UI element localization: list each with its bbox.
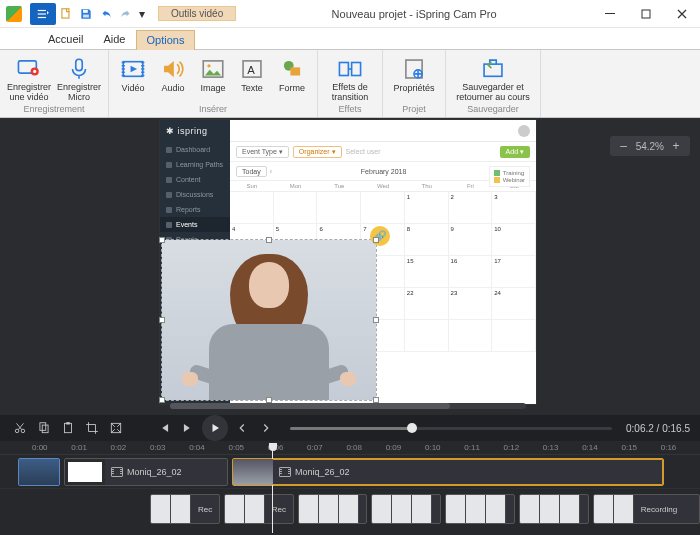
transition-icon xyxy=(337,54,363,83)
calendar-nav-item[interactable]: Discussions xyxy=(160,187,230,202)
resize-handle[interactable] xyxy=(373,237,379,243)
record-mic-label: Enregistrer Micro xyxy=(57,83,101,102)
today-button[interactable]: Today xyxy=(236,166,267,177)
qat-undo-icon[interactable] xyxy=(96,4,116,24)
calendar-cell[interactable]: 24 xyxy=(492,288,536,320)
organizer-chip[interactable]: Organizer ▾ xyxy=(293,146,342,158)
pip-speaker-clip[interactable]: 🔗 xyxy=(161,239,377,401)
prev-month-button[interactable]: ‹ xyxy=(267,168,275,175)
properties-button[interactable]: Propriétés xyxy=(387,52,441,104)
save-and-return-button[interactable]: Sauvegarder et retourner au cours xyxy=(450,52,536,104)
record-video-button[interactable]: Enregistrer une vidéo xyxy=(4,52,54,104)
close-button[interactable] xyxy=(664,2,700,26)
calendar-cell[interactable]: 22 xyxy=(405,288,449,320)
strip-clip[interactable] xyxy=(371,494,441,524)
resize-handle[interactable] xyxy=(159,317,165,323)
calendar-cell[interactable] xyxy=(492,320,536,352)
clip-moniq-2[interactable]: Moniq_26_02 xyxy=(232,458,664,486)
qat-save-icon[interactable] xyxy=(76,4,96,24)
resize-handle[interactable] xyxy=(159,397,165,403)
qat-menu-button[interactable] xyxy=(30,3,56,25)
calendar-cell[interactable]: 23 xyxy=(449,288,493,320)
add-event-button[interactable]: Add ▾ xyxy=(500,146,530,158)
calendar-cell[interactable] xyxy=(405,320,449,352)
calendar-cell[interactable] xyxy=(361,192,405,224)
gap-clip[interactable] xyxy=(18,458,60,486)
zoom-out-button[interactable]: – xyxy=(618,140,630,152)
resize-handle[interactable] xyxy=(266,237,272,243)
timeline-playhead[interactable] xyxy=(272,443,273,533)
paste-button[interactable] xyxy=(58,418,78,438)
skip-end-button[interactable] xyxy=(178,418,198,438)
timeline-track-2[interactable]: Rec Rec Recording xyxy=(0,489,700,529)
calendar-nav-item[interactable]: Reports xyxy=(160,202,230,217)
svg-rect-1 xyxy=(38,13,46,14)
slider-knob[interactable] xyxy=(407,423,417,433)
calendar-nav-item[interactable]: Learning Paths xyxy=(160,157,230,172)
record-video-label: Enregistrer une vidéo xyxy=(7,83,51,102)
insert-video-button[interactable]: Vidéo xyxy=(113,52,153,104)
fit-button[interactable] xyxy=(106,418,126,438)
play-button[interactable] xyxy=(202,415,228,441)
calendar-cell[interactable]: 10 xyxy=(492,224,536,256)
properties-icon xyxy=(401,54,427,84)
calendar-cell[interactable] xyxy=(449,320,493,352)
tab-home[interactable]: Accueil xyxy=(38,30,93,49)
clip-thumbnail xyxy=(65,459,105,485)
calendar-nav-item[interactable]: Dashboard xyxy=(160,142,230,157)
tab-options[interactable]: Options xyxy=(136,30,196,50)
text-icon: A xyxy=(239,54,265,84)
link-badge-icon[interactable]: 🔗 xyxy=(370,226,390,246)
qat-dropdown-icon[interactable]: ▾ xyxy=(136,4,148,24)
transition-effects-button[interactable]: Effets de transition xyxy=(322,52,378,104)
calendar-cell[interactable]: 9 xyxy=(449,224,493,256)
time-ruler[interactable]: 0:000:010:020:030:040:050:060:070:080:09… xyxy=(0,441,700,455)
step-back-button[interactable] xyxy=(232,418,252,438)
skip-start-button[interactable] xyxy=(154,418,174,438)
calendar-cell[interactable] xyxy=(274,192,318,224)
calendar-cell[interactable]: 8 xyxy=(405,224,449,256)
calendar-cell[interactable] xyxy=(317,192,361,224)
strip-clip[interactable]: Rec xyxy=(224,494,294,524)
resize-handle[interactable] xyxy=(159,237,165,243)
calendar-nav-item[interactable]: Content xyxy=(160,172,230,187)
event-type-chip[interactable]: Event Type ▾ xyxy=(236,146,289,158)
playback-slider[interactable] xyxy=(290,427,612,430)
strip-clip[interactable] xyxy=(298,494,368,524)
minimize-button[interactable] xyxy=(592,2,628,26)
resize-handle[interactable] xyxy=(373,317,379,323)
calendar-cell[interactable] xyxy=(230,192,274,224)
qat-redo-icon[interactable] xyxy=(116,4,136,24)
zoom-in-button[interactable]: + xyxy=(670,140,682,152)
calendar-cell[interactable]: 2 xyxy=(449,192,493,224)
crop-button[interactable] xyxy=(82,418,102,438)
calendar-nav-item[interactable]: Events xyxy=(160,217,230,232)
strip-clip[interactable]: Recording xyxy=(593,494,700,524)
clip-moniq-1[interactable]: Moniq_26_02 xyxy=(64,458,228,486)
calendar-legend: Training Webinar xyxy=(489,166,530,187)
step-forward-button[interactable] xyxy=(256,418,276,438)
timeline-track-1[interactable]: Moniq_26_02 Moniq_26_02 xyxy=(0,455,700,489)
svg-rect-28 xyxy=(65,423,72,432)
maximize-button[interactable] xyxy=(628,2,664,26)
copy-button[interactable] xyxy=(34,418,54,438)
record-mic-button[interactable]: Enregistrer Micro xyxy=(54,52,104,104)
strip-clip[interactable] xyxy=(519,494,589,524)
qat-new-icon[interactable] xyxy=(56,4,76,24)
tab-help[interactable]: Aide xyxy=(93,30,135,49)
insert-audio-button[interactable]: Audio xyxy=(153,52,193,104)
calendar-cell[interactable]: 1 xyxy=(405,192,449,224)
calendar-cell[interactable]: 15 xyxy=(405,256,449,288)
strip-clip[interactable] xyxy=(445,494,515,524)
calendar-cell[interactable]: 3 xyxy=(492,192,536,224)
calendar-cell[interactable]: 17 xyxy=(492,256,536,288)
insert-text-button[interactable]: A Texte xyxy=(233,52,271,104)
insert-image-button[interactable]: Image xyxy=(193,52,233,104)
scrollbar-thumb[interactable] xyxy=(170,403,450,409)
insert-shape-button[interactable]: Forme xyxy=(271,52,313,104)
strip-clip[interactable]: Rec xyxy=(150,494,220,524)
timeline: 0:000:010:020:030:040:050:060:070:080:09… xyxy=(0,441,700,535)
stage-scrollbar[interactable] xyxy=(170,403,526,409)
calendar-cell[interactable]: 16 xyxy=(449,256,493,288)
cut-button[interactable] xyxy=(10,418,30,438)
